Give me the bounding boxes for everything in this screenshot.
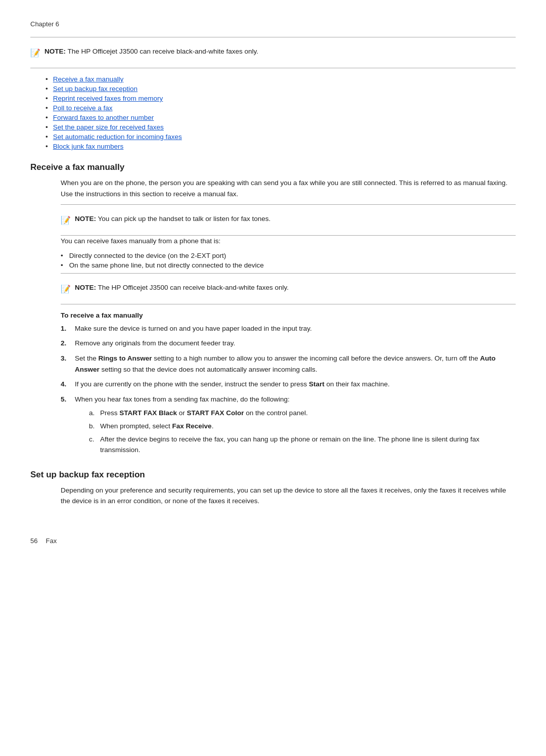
note2-top-rule bbox=[61, 273, 516, 274]
toc-item-8[interactable]: Block junk fax numbers bbox=[46, 143, 516, 150]
footer-label: Fax bbox=[46, 537, 57, 545]
toc-link-3[interactable]: Reprint received faxes from memory bbox=[53, 95, 163, 102]
step-5-num: 5. bbox=[61, 394, 75, 405]
note1-top-rule bbox=[61, 204, 516, 205]
note-icon: 📝 bbox=[30, 48, 40, 58]
step-1-text: Make sure the device is turned on and yo… bbox=[75, 323, 312, 334]
note1-box: 📝 NOTE: You can pick up the handset to t… bbox=[61, 211, 516, 229]
receive-fax-manually-body: When you are on the phone, the person yo… bbox=[61, 177, 516, 458]
step-4: 4. If you are currently on the phone wit… bbox=[61, 379, 516, 390]
top-divider bbox=[30, 37, 516, 37]
toc-link-5[interactable]: Forward faxes to another number bbox=[53, 114, 154, 121]
alpha-b-label: b. bbox=[89, 421, 100, 432]
top-note-text: NOTE: The HP Officejet J3500 can receive… bbox=[44, 48, 258, 55]
note1-icon: 📝 bbox=[61, 215, 71, 225]
alpha-list: a. Press START FAX Black or START FAX Co… bbox=[89, 408, 516, 455]
receive-fax-bullets: Directly connected to the device (on the… bbox=[61, 252, 516, 269]
receive-fax-para2: You can receive faxes manually from a ph… bbox=[61, 236, 516, 247]
toc-item-6[interactable]: Set the paper size for received faxes bbox=[46, 123, 516, 131]
step-4-text: If you are currently on the phone with t… bbox=[75, 379, 390, 390]
alpha-item-b: b. When prompted, select Fax Receive. bbox=[89, 421, 516, 432]
top-note-bottom-rule bbox=[30, 68, 516, 68]
to-receive-subheading: To receive a fax manually bbox=[61, 312, 516, 319]
note2-bottom-rule bbox=[61, 304, 516, 304]
step-3: 3. Set the Rings to Answer setting to a … bbox=[61, 353, 516, 375]
toc-item-3[interactable]: Reprint received faxes from memory bbox=[46, 95, 516, 102]
step-2-text: Remove any originals from the document f… bbox=[75, 338, 235, 349]
step-1-num: 1. bbox=[61, 323, 75, 334]
toc-link-8[interactable]: Block junk fax numbers bbox=[53, 143, 124, 150]
alpha-a-label: a. bbox=[89, 408, 100, 419]
step-3-text: Set the Rings to Answer setting to a hig… bbox=[75, 353, 516, 375]
toc-link-4[interactable]: Poll to receive a fax bbox=[53, 104, 113, 112]
note2-text: NOTE: The HP Officejet J3500 can receive… bbox=[75, 284, 289, 291]
steps-list: 1. Make sure the device is turned on and… bbox=[61, 323, 516, 458]
toc-link-6[interactable]: Set the paper size for received faxes bbox=[53, 123, 164, 131]
toc-link-7[interactable]: Set automatic reduction for incoming fax… bbox=[53, 133, 182, 141]
alpha-c-text: After the device begins to receive the f… bbox=[100, 434, 516, 456]
chapter-label: Chapter 6 bbox=[30, 20, 516, 28]
set-up-backup-body: Depending on your preference and securit… bbox=[61, 485, 516, 507]
toc-link-1[interactable]: Receive a fax manually bbox=[53, 75, 124, 83]
toc-link-2[interactable]: Set up backup fax reception bbox=[53, 85, 138, 93]
note1-text: NOTE: You can pick up the handset to tal… bbox=[75, 215, 270, 223]
note2-icon: 📝 bbox=[61, 284, 71, 294]
alpha-b-text: When prompted, select Fax Receive. bbox=[100, 421, 213, 432]
top-note-box: 📝 NOTE: The HP Officejet J3500 can recei… bbox=[30, 43, 516, 62]
step-3-num: 3. bbox=[61, 353, 75, 364]
alpha-a-text: Press START FAX Black or START FAX Color… bbox=[100, 408, 308, 419]
bullet-item-1: Directly connected to the device (on the… bbox=[61, 252, 516, 259]
set-up-backup-para1: Depending on your preference and securit… bbox=[61, 485, 516, 507]
receive-fax-para1: When you are on the phone, the person yo… bbox=[61, 177, 516, 199]
alpha-item-c: c. After the device begins to receive th… bbox=[89, 434, 516, 456]
step-5-text: When you hear fax tones from a sending f… bbox=[75, 394, 516, 458]
footer-page-num: 56 bbox=[30, 537, 37, 545]
step-2: 2. Remove any originals from the documen… bbox=[61, 338, 516, 349]
step-2-num: 2. bbox=[61, 338, 75, 349]
alpha-item-a: a. Press START FAX Black or START FAX Co… bbox=[89, 408, 516, 419]
bullet-item-2: On the same phone line, but not directly… bbox=[61, 261, 516, 269]
alpha-c-label: c. bbox=[89, 434, 100, 445]
step-4-num: 4. bbox=[61, 379, 75, 390]
step-1: 1. Make sure the device is turned on and… bbox=[61, 323, 516, 334]
toc-item-4[interactable]: Poll to receive a fax bbox=[46, 104, 516, 112]
toc-item-7[interactable]: Set automatic reduction for incoming fax… bbox=[46, 133, 516, 141]
footer: 56 Fax bbox=[30, 537, 516, 545]
note2-box: 📝 NOTE: The HP Officejet J3500 can recei… bbox=[61, 280, 516, 298]
toc-item-2[interactable]: Set up backup fax reception bbox=[46, 85, 516, 93]
receive-fax-manually-heading: Receive a fax manually bbox=[30, 162, 516, 172]
toc-item-5[interactable]: Forward faxes to another number bbox=[46, 114, 516, 121]
step-5: 5. When you hear fax tones from a sendin… bbox=[61, 394, 516, 458]
set-up-backup-heading: Set up backup fax reception bbox=[30, 470, 516, 480]
toc-item-1[interactable]: Receive a fax manually bbox=[46, 75, 516, 83]
toc-list: Receive a fax manually Set up backup fax… bbox=[46, 75, 516, 150]
